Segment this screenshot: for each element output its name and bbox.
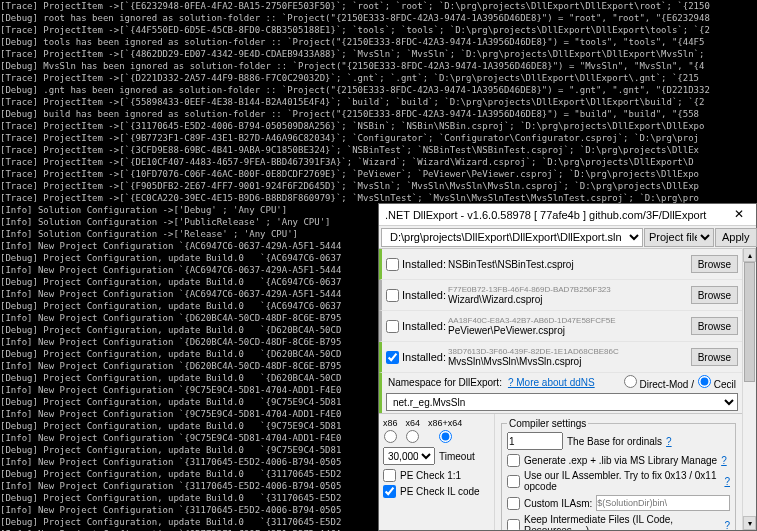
project-row: Installed: 38D7613D-3F60-439F-82DE-1E1AD… — [379, 342, 742, 373]
namespace-row: Namespace for DllExport: ? More about dd… — [379, 373, 742, 391]
titlebar[interactable]: .NET DllExport - v1.6.0.58978 [ 77afe4b … — [379, 204, 756, 226]
project-guid: 38D7613D-3F60-439F-82DE-1E1AD68CBE86C — [448, 347, 687, 356]
arch-label: x86 — [383, 418, 398, 428]
project-files-select[interactable]: Project files — [644, 228, 714, 247]
project-list: Installed: NSBinTest\NSBinTest.csproj Br… — [379, 248, 742, 530]
cecil-radio[interactable]: Cecil — [698, 375, 736, 390]
installed-check[interactable]: Installed: — [386, 258, 444, 271]
project-row: Installed: NSBinTest\NSBinTest.csproj Br… — [379, 249, 742, 280]
ordinals-label: The Base for ordinals — [567, 436, 662, 447]
project-guid: F77E0B72-13FB-46F4-869D-BAD7B256F323 — [448, 285, 687, 294]
help-link[interactable]: ? — [724, 520, 730, 531]
ordinals-input[interactable] — [507, 432, 563, 450]
apply-button[interactable]: Apply — [715, 228, 757, 247]
timeout-select[interactable]: 30,000 — [383, 447, 435, 465]
timeout-label: Timeout — [439, 451, 475, 462]
project-name: MvsSln\MvsSln\MvsSln.csproj — [448, 356, 687, 367]
arch-label: x86+x64 — [428, 418, 462, 428]
project-name: NSBinTest\NSBinTest.csproj — [448, 259, 687, 270]
lower-panel: x86 x64 x86+x64 30,000 Timeout PE Check … — [379, 413, 742, 530]
browse-button[interactable]: Browse — [691, 286, 738, 304]
browse-button[interactable]: Browse — [691, 348, 738, 366]
custom-ilasm-label: Custom ILAsm: — [524, 498, 592, 509]
browse-button[interactable]: Browse — [691, 317, 738, 335]
dllexport-dialog: .NET DllExport - v1.6.0.58978 [ 77afe4b … — [378, 203, 757, 531]
path-bar: D:\prg\projects\DllExport\DllExport\DllE… — [379, 226, 756, 248]
sln-path-select[interactable]: D:\prg\projects\DllExport\DllExport\DllE… — [381, 228, 643, 247]
x86-radio[interactable] — [384, 430, 397, 443]
project-name: PeViewer\PeViewer.csproj — [448, 325, 687, 336]
il-asm-check[interactable]: Use our IL Assembler. Try to fix 0x13 / … — [507, 470, 730, 492]
namespace-label: Namespace for DllExport: — [388, 377, 502, 388]
direct-mod-radio[interactable]: Direct-Mod / — [624, 375, 694, 390]
x86x64-radio[interactable] — [439, 430, 452, 443]
installed-check[interactable]: Installed: — [386, 289, 444, 302]
scroll-down-icon[interactable]: ▾ — [743, 516, 756, 530]
help-link[interactable]: ? — [724, 476, 730, 487]
scroll-up-icon[interactable]: ▴ — [743, 248, 756, 262]
compiler-legend: Compiler settings — [507, 418, 588, 429]
custom-ilasm-row: Custom ILAsm: — [507, 495, 730, 511]
custom-ilasm-check[interactable] — [507, 497, 520, 510]
peil-check[interactable]: PE Check IL code — [383, 485, 490, 498]
x64-radio[interactable] — [406, 430, 419, 443]
project-name: Wizard\Wizard.csproj — [448, 294, 687, 305]
keep-il-check[interactable]: Keep Intermediate Files (IL Code, Resour… — [507, 514, 730, 530]
arch-label: x64 — [406, 418, 421, 428]
namespace-select[interactable]: net.r_eg.MvsSln — [386, 393, 738, 411]
project-row: Installed: F77E0B72-13FB-46F4-869D-BAD7B… — [379, 280, 742, 311]
help-link[interactable]: ? — [666, 436, 672, 447]
close-button[interactable]: ✕ — [724, 205, 754, 225]
scroll-thumb[interactable] — [744, 262, 755, 382]
installed-check[interactable]: Installed: — [386, 351, 444, 364]
scrollbar[interactable]: ▴ ▾ — [742, 248, 756, 530]
help-link[interactable]: ? — [721, 455, 727, 466]
project-row: Installed: AA18F40C-E8A3-42B7-AB6D-1D47E… — [379, 311, 742, 342]
left-options: x86 x64 x86+x64 30,000 Timeout PE Check … — [379, 414, 495, 530]
installed-check[interactable]: Installed: — [386, 320, 444, 333]
compiler-settings: Compiler settings The Base for ordinals … — [495, 414, 742, 530]
gen-exp-check[interactable]: Generate .exp + .lib via MS Library Mana… — [507, 454, 730, 467]
arch-radios: x86 x64 x86+x64 — [383, 418, 490, 443]
window-title: .NET DllExport - v1.6.0.58978 [ 77afe4b … — [385, 209, 706, 221]
pe11-check[interactable]: PE Check 1:1 — [383, 469, 490, 482]
browse-button[interactable]: Browse — [691, 255, 738, 273]
ddns-help-link[interactable]: ? More about ddNS — [508, 377, 595, 388]
namespace-input-row: net.r_eg.MvsSln — [379, 391, 742, 413]
project-guid: AA18F40C-E8A3-42B7-AB6D-1D47E58FCF5E — [448, 316, 687, 325]
custom-ilasm-input[interactable] — [596, 495, 730, 511]
